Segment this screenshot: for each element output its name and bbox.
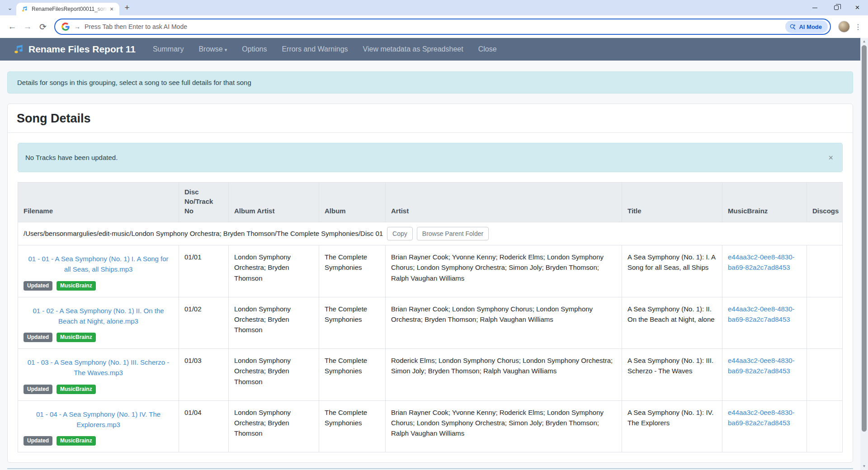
status-alert: No Tracks have been updated. ×: [18, 143, 843, 172]
musicbrainz-link[interactable]: e44aa3c2-0ee8-4830-ba69-82a2c7ad8453: [728, 409, 795, 427]
omnibox-hint-text: Press Tab then Enter to ask AI Mode: [85, 23, 187, 30]
music-note-logo-icon: [13, 43, 24, 55]
page-bottom-divider: [7, 468, 853, 469]
title-cell: A Sea Symphony (No. 1): II. On the Beach…: [622, 297, 722, 349]
browser-toolbar: ← → ⟳ → Press Tab then Enter to ask AI M…: [0, 15, 868, 38]
tab-search-button[interactable]: ⌄: [4, 0, 16, 15]
musicbrainz-cell: e44aa3c2-0ee8-4830-ba69-82a2c7ad8453: [722, 400, 807, 452]
album-cell: The Complete Symphonies: [319, 245, 386, 297]
updated-badge: Updated: [24, 333, 52, 342]
col-header-disc-track: Disc No/Track No: [179, 183, 229, 222]
table-header-row: Filename Disc No/Track No Album Artist A…: [18, 183, 843, 222]
nav-item-close[interactable]: Close: [478, 45, 497, 53]
forward-button[interactable]: →: [20, 19, 35, 34]
page-content: Details for songs in this grouping, sele…: [0, 61, 860, 469]
forward-icon: →: [24, 22, 32, 32]
musicbrainz-badge: MusicBrainz: [57, 385, 96, 394]
musicbrainz-cell: e44aa3c2-0ee8-4830-ba69-82a2c7ad8453: [722, 349, 807, 401]
filename-cell: 01 - 02 - A Sea Symphony (No. 1) II. On …: [18, 297, 179, 349]
discogs-cell: [807, 400, 843, 452]
nav-item-browse[interactable]: Browse▾: [198, 45, 227, 53]
musicbrainz-cell: e44aa3c2-0ee8-4830-ba69-82a2c7ad8453: [722, 245, 807, 297]
copy-button[interactable]: Copy: [387, 227, 413, 240]
restore-icon: [834, 5, 839, 10]
album-cell: The Complete Symphonies: [319, 400, 386, 452]
ai-mode-lens-icon: [789, 24, 796, 30]
updated-badge: Updated: [24, 385, 52, 394]
musicbrainz-link[interactable]: e44aa3c2-0ee8-4830-ba69-82a2c7ad8453: [728, 305, 795, 323]
status-alert-text: No Tracks have been updated.: [25, 154, 118, 161]
back-icon: ←: [8, 22, 17, 32]
browse-parent-folder-button[interactable]: Browse Parent Folder: [417, 227, 489, 240]
app-title: Rename Files Report 11: [28, 44, 136, 55]
folder-path-row: /Users/bensonmargulies/edit-music/London…: [18, 222, 843, 245]
discogs-cell: [807, 349, 843, 401]
musicbrainz-badge: MusicBrainz: [57, 281, 96, 291]
vertical-scrollbar[interactable]: ▲ ▼: [860, 38, 868, 470]
musicbrainz-link[interactable]: e44aa3c2-0ee8-4830-ba69-82a2c7ad8453: [728, 357, 795, 375]
title-cell: A Sea Symphony (No. 1): IV. The Explorer…: [622, 400, 722, 452]
reload-button[interactable]: ⟳: [35, 19, 51, 34]
new-tab-button[interactable]: +: [119, 0, 135, 15]
nav-item-errors-warnings[interactable]: Errors and Warnings: [282, 45, 348, 53]
page-title: Song Details: [8, 104, 853, 133]
omnibox-hint: → Press Tab then Enter to ask AI Mode: [74, 23, 781, 30]
updated-badge: Updated: [24, 436, 52, 446]
song-details-card: Song Details No Tracks have been updated…: [7, 103, 853, 463]
grouping-note-text: Details for songs in this grouping, sele…: [17, 79, 251, 86]
nav-item-summary[interactable]: Summary: [153, 45, 184, 53]
close-window-button[interactable]: ×: [847, 0, 868, 15]
disc-track-cell: 01/04: [179, 400, 229, 452]
scroll-up-icon[interactable]: ▲: [860, 39, 868, 43]
updated-badge: Updated: [24, 281, 52, 291]
col-header-discogs: Discogs: [807, 183, 843, 222]
address-bar[interactable]: → Press Tab then Enter to ask AI Mode AI…: [54, 19, 831, 35]
ai-mode-label: AI Mode: [799, 24, 822, 30]
artist-cell: Roderick Elms; London Symphony Chorus; L…: [386, 349, 622, 401]
col-header-artist: Artist: [386, 183, 622, 222]
tab-arrow-icon: →: [74, 23, 80, 30]
scrollbar-thumb[interactable]: [862, 45, 867, 432]
filename-link[interactable]: 01 - 02 - A Sea Symphony (No. 1) II. On …: [24, 304, 173, 327]
nav-item-view-spreadsheet[interactable]: View metadata as Spreadsheet: [363, 45, 463, 53]
album-artist-cell: London Symphony Orchestra; Bryden Thomso…: [229, 400, 319, 452]
tab-title: RenameFilesReport00011_songs: [32, 6, 108, 12]
kebab-icon: ⋮: [854, 23, 862, 31]
filename-link[interactable]: 01 - 03 - A Sea Symphony (No. 1) III. Sc…: [24, 355, 173, 378]
filename-link[interactable]: 01 - 04 - A Sea Symphony (No. 1) IV. The…: [24, 407, 173, 430]
restore-button[interactable]: [826, 0, 847, 15]
col-header-filename: Filename: [18, 183, 179, 222]
app-navbar: Rename Files Report 11 Summary Browse▾ O…: [0, 38, 860, 61]
profile-avatar[interactable]: [838, 21, 850, 33]
grouping-note-alert: Details for songs in this grouping, sele…: [7, 71, 853, 94]
scroll-down-icon[interactable]: ▼: [860, 464, 868, 468]
disc-track-cell: 01/01: [179, 245, 229, 297]
musicbrainz-link[interactable]: e44aa3c2-0ee8-4830-ba69-82a2c7ad8453: [728, 253, 795, 271]
plus-icon: +: [124, 3, 129, 13]
tab-close-icon[interactable]: ×: [108, 5, 116, 13]
browser-tab[interactable]: RenameFilesReport00011_songs ×: [16, 3, 119, 15]
close-icon: ×: [855, 3, 860, 12]
album-artist-cell: London Symphony Orchestra; Bryden Thomso…: [229, 297, 319, 349]
app-brand[interactable]: Rename Files Report 11: [13, 43, 136, 55]
col-header-album: Album: [319, 183, 386, 222]
minimize-button[interactable]: [804, 0, 826, 15]
filename-cell: 01 - 03 - A Sea Symphony (No. 1) III. Sc…: [18, 349, 179, 401]
folder-path-cell: /Users/bensonmargulies/edit-music/London…: [18, 222, 843, 245]
alert-close-icon[interactable]: ×: [828, 154, 833, 162]
browser-menu-button[interactable]: ⋮: [853, 19, 863, 34]
table-row: 01 - 04 - A Sea Symphony (No. 1) IV. The…: [18, 400, 843, 452]
nav-links: Summary Browse▾ Options Errors and Warni…: [153, 45, 497, 53]
music-note-favicon: [21, 5, 28, 13]
musicbrainz-cell: e44aa3c2-0ee8-4830-ba69-82a2c7ad8453: [722, 297, 807, 349]
table-row: 01 - 01 - A Sea Symphony (No. 1) I. A So…: [18, 245, 843, 297]
nav-item-options[interactable]: Options: [242, 45, 267, 53]
album-artist-cell: London Symphony Orchestra; Bryden Thomso…: [229, 245, 319, 297]
musicbrainz-badge: MusicBrainz: [57, 333, 96, 342]
table-row: 01 - 03 - A Sea Symphony (No. 1) III. Sc…: [18, 349, 843, 401]
filename-link[interactable]: 01 - 01 - A Sea Symphony (No. 1) I. A So…: [24, 252, 173, 275]
song-table: Filename Disc No/Track No Album Artist A…: [18, 182, 843, 452]
ai-mode-button[interactable]: AI Mode: [785, 20, 828, 33]
minimize-icon: [812, 8, 817, 8]
back-button[interactable]: ←: [5, 19, 20, 34]
